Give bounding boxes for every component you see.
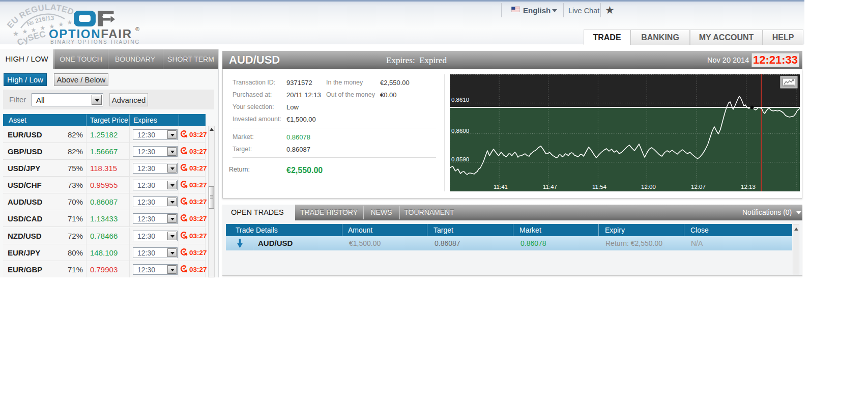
- svg-text:BINARY OPTIONS TRADING: BINARY OPTIONS TRADING: [50, 39, 140, 45]
- svg-text:★: ★: [31, 26, 37, 34]
- svg-text:11:54: 11:54: [592, 184, 607, 190]
- svg-text:0.8600: 0.8600: [451, 128, 469, 134]
- svg-text:★: ★: [22, 28, 28, 35]
- svg-text:0.8610: 0.8610: [451, 97, 469, 103]
- svg-text:0.8590: 0.8590: [451, 156, 469, 162]
- svg-text:12:00: 12:00: [641, 184, 656, 190]
- svg-text:12:07: 12:07: [691, 184, 706, 190]
- svg-text:®: ®: [135, 26, 139, 32]
- svg-text:★: ★: [13, 30, 19, 38]
- svg-text:★: ★: [67, 19, 73, 26]
- svg-text:★: ★: [40, 24, 46, 32]
- svg-text:OPTIONFAIR: OPTIONFAIR: [49, 27, 132, 41]
- svg-text:11:47: 11:47: [543, 184, 557, 190]
- svg-text:11:41: 11:41: [494, 184, 508, 190]
- svg-text:12:13: 12:13: [741, 184, 756, 190]
